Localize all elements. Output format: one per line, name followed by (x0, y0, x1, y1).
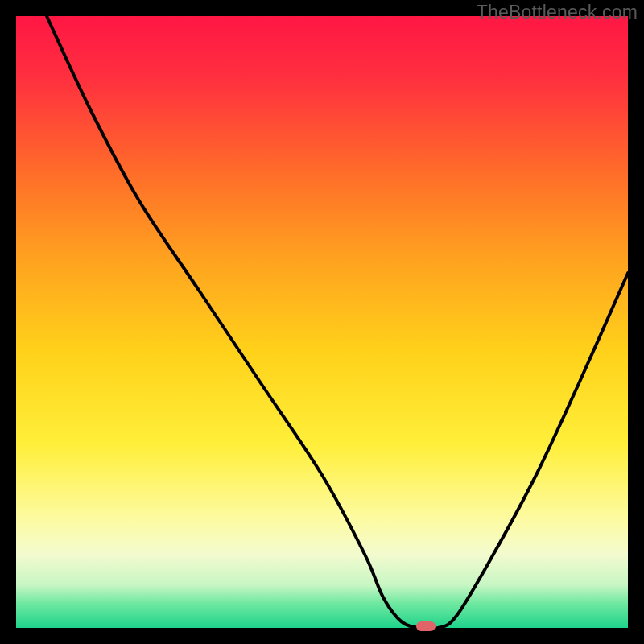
plot-area (16, 16, 628, 628)
chart-frame: TheBottleneck.com (0, 0, 644, 644)
bottleneck-curve (16, 16, 628, 628)
optimal-marker (416, 621, 436, 631)
watermark-label: TheBottleneck.com (477, 2, 638, 23)
